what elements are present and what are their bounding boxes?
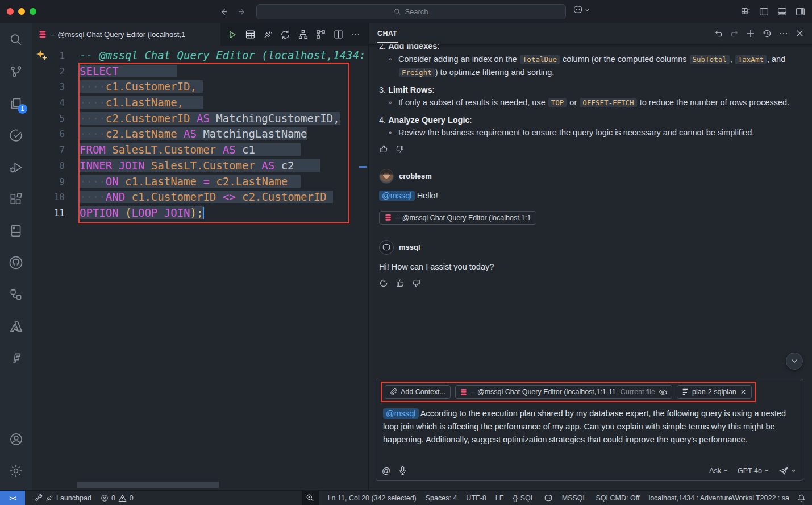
scroll-to-bottom-button[interactable] [786,353,803,370]
attachment-chip[interactable]: -- @mssql Chat Query Editor (localhost,1… [379,211,536,225]
bot-message: mssql Hi! How can I assist you today? [379,240,801,288]
thumbs-down-icon[interactable] [412,279,421,288]
code-line[interactable]: -- @mssql Chat Query Editor (localhost,1… [80,48,368,64]
more-actions-button[interactable] [349,28,362,41]
horizontal-scrollbar[interactable] [77,482,219,488]
send-button[interactable] [778,466,796,475]
code-line[interactable]: ····c1.CustomerID, [80,79,368,95]
chat-message-list[interactable]: 2. Add Indexes:◦Consider adding an index… [369,44,812,379]
mssql-status-item[interactable]: MSSQL [562,494,587,502]
chat-history-icon[interactable] [763,29,772,38]
connection-item[interactable]: localhost,1434 : AdventureWorksLT2022 : … [648,494,789,502]
code-line[interactable]: ····AND c1.CustomerID <> c2.CustomerID [80,189,368,205]
error-icon [101,494,109,502]
parse-query-button[interactable] [297,28,309,41]
sidebar-item-source-control[interactable] [2,58,30,85]
code-line[interactable]: ····c2.CustomerID AS MatchingCustomerID, [80,111,368,127]
go-forward-icon[interactable] [238,7,247,16]
code-line[interactable]: ····c2.LastName AS MatchingLastName [80,126,368,142]
current-file-chip[interactable]: -- @mssql Chat Query Editor (localhost,1… [455,385,672,399]
toggle-secondary-sidebar-icon[interactable] [796,7,805,16]
launchpad-label: Launchpad [56,494,91,502]
remove-chip-icon[interactable] [740,388,747,395]
launchpad-item[interactable]: Launchpad [34,494,91,502]
sidebar-item-explorer[interactable]: 1 [2,90,30,117]
close-panel-icon[interactable] [796,29,804,38]
code-line[interactable]: ····ON c1.LastName = c2.LastName [80,174,368,190]
copilot-menu-button[interactable] [573,5,590,15]
connect-button[interactable] [261,28,274,41]
line-number: 11 [32,205,65,221]
sidebar-item-run-debug[interactable] [2,154,30,181]
editor-zoom-button[interactable] [302,491,319,505]
paperclip-icon [390,388,397,396]
sidebar-item-search[interactable] [2,26,30,53]
sidebar-item-azure[interactable] [2,313,30,340]
toggle-panel-icon[interactable] [777,7,787,16]
indentation-item[interactable]: Spaces: 4 [426,494,457,502]
sidebar-item-connections[interactable] [2,281,30,308]
editor-tab[interactable]: -- @mssql Chat Query Editor (localhost,1 [32,23,220,46]
undo-icon[interactable] [714,29,723,38]
remote-indicator[interactable]: >< [0,491,25,505]
code-line[interactable]: FROM SalesLT.Customer AS c1 [80,142,368,158]
toggle-primary-sidebar-icon[interactable] [759,7,769,16]
mention-picker-icon[interactable]: @ [382,466,390,475]
command-search-input[interactable]: Search [256,4,566,19]
thumbs-down-icon[interactable] [395,144,405,154]
user-message: croblesm @mssql Hello! -- @mssql Chat Qu… [379,169,801,225]
account-icon [9,432,24,447]
eol-item[interactable]: LF [495,494,504,502]
file-chip-label: -- @mssql Chat Query Editor (localhost,1… [470,388,616,396]
go-back-icon[interactable] [219,7,228,16]
line-number: 4 [32,95,65,111]
code-line[interactable]: INNER JOIN SalesLT.Customer AS c2 [80,158,368,174]
tab-chat[interactable]: CHAT [377,24,398,43]
line-number: 2 [32,64,65,80]
eye-icon[interactable] [659,388,667,396]
results-grid-button[interactable] [244,28,256,41]
plan-file-chip[interactable]: plan-2.sqlplan [677,385,752,399]
sidebar-item-query-history[interactable] [2,122,30,149]
estimated-plan-button[interactable] [314,28,327,41]
chat-input-box[interactable]: Add Context... -- @mssql Chat Query Edit… [376,379,803,481]
copilot-status-item[interactable] [544,494,553,503]
mssql-mention-chip[interactable]: @mssql [379,191,415,201]
mode-dropdown[interactable]: Ask [709,467,728,475]
problems-item[interactable]: 0 0 [101,494,134,502]
microphone-icon[interactable] [399,466,406,475]
code-line[interactable]: SELECT [80,64,368,80]
chat-input-message[interactable]: @mssql According to the execution plan s… [383,407,796,446]
language-item[interactable]: {} SQL [513,494,534,502]
zoom-window-button[interactable] [30,8,36,15]
sidebar-item-settings[interactable] [2,457,30,485]
sidebar-item-fabric[interactable] [2,345,30,372]
sidebar-item-github[interactable] [2,249,30,276]
cursor-position-item[interactable]: Ln 11, Col 20 (342 selected) [328,494,417,502]
sidebar-item-mssql[interactable] [2,217,30,245]
code-editor[interactable]: 1234567891011 -- @mssql Chat Query Edito… [32,46,368,490]
minimize-window-button[interactable] [18,8,25,15]
redo-icon[interactable] [730,29,739,38]
list-item: 2. Add Indexes:◦Consider adding an index… [379,44,801,80]
more-actions-icon[interactable] [779,29,788,38]
regenerate-icon[interactable] [379,279,388,288]
notifications-bell-icon[interactable] [797,494,806,503]
encoding-item[interactable]: UTF-8 [466,494,486,502]
editor-tab-bar: -- @mssql Chat Query Editor (localhost,1 [32,23,368,46]
model-dropdown[interactable]: GPT-4o [738,467,769,475]
sidebar-item-accounts[interactable] [2,425,30,453]
customize-layout-icon[interactable] [741,7,751,16]
split-editor-button[interactable] [332,28,344,41]
sqlcmd-item[interactable]: SQLCMD: Off [596,494,640,502]
code-line[interactable]: ····c1.LastName, [80,95,368,111]
thumbs-up-icon[interactable] [395,279,405,288]
add-context-button[interactable]: Add Context... [385,385,451,399]
run-query-button[interactable] [226,28,239,41]
sidebar-item-extensions[interactable] [2,185,30,213]
code-line[interactable]: OPTION (LOOP JOIN); [80,205,368,221]
thumbs-up-icon[interactable] [379,144,388,154]
change-connection-button[interactable] [279,28,292,41]
new-chat-icon[interactable] [746,29,755,38]
close-window-button[interactable] [7,8,14,15]
